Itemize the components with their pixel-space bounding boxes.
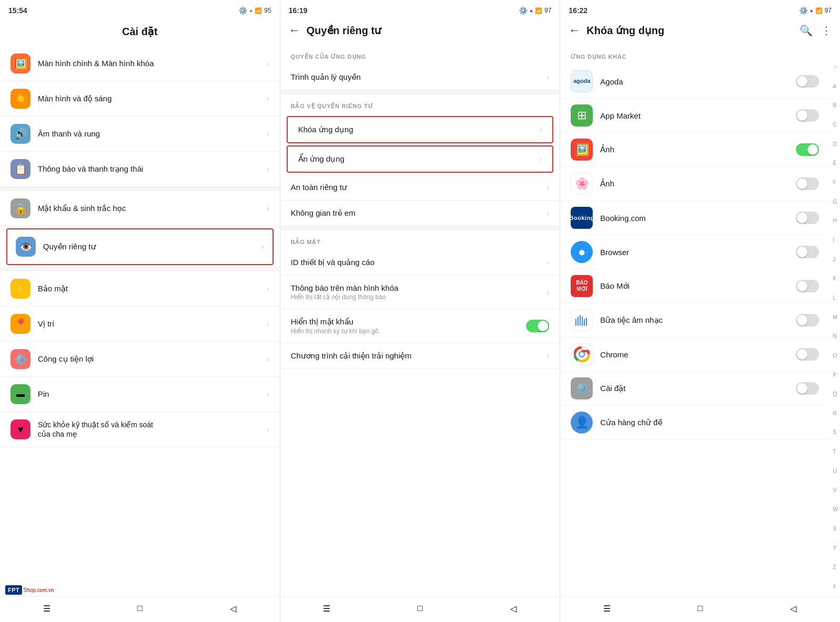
nav-home-1[interactable]: □ <box>132 601 147 616</box>
toggle-agoda[interactable] <box>796 75 819 88</box>
nav-home-3[interactable]: □ <box>693 601 708 616</box>
alpha-P[interactable]: P <box>833 372 838 378</box>
alpha-Z[interactable]: Z <box>833 564 838 570</box>
menu-trinh-quan-ly[interactable]: Trình quản lý quyền › <box>280 65 560 90</box>
settings-item-cong-cu[interactable]: ⚙️ Công cụ tiện lợi › <box>0 342 280 377</box>
nav-back-2[interactable]: ◁ <box>506 601 521 616</box>
nav-menu-3[interactable]: ☰ <box>600 601 614 616</box>
alpha-L[interactable]: L <box>833 295 838 301</box>
alpha-B[interactable]: B <box>833 102 838 108</box>
svg-rect-4 <box>584 319 585 326</box>
menu-thong-bao-man-hinh-khoa[interactable]: Thông báo trên màn hình khóa Hiển thị tấ… <box>280 276 560 309</box>
alpha-S[interactable]: S <box>833 429 838 435</box>
settings-list: 🖼️ Màn hình chính & Màn hình khóa › ☀️ M… <box>0 46 280 596</box>
menu-hien-thi-mat-khau[interactable]: Hiển thị mật khẩu Hiển thị nhanh ký tự k… <box>280 309 560 343</box>
alpha-U[interactable]: U <box>833 468 838 474</box>
toggle-chrome[interactable] <box>796 348 819 361</box>
toggle-cai-dat[interactable] <box>796 382 819 395</box>
fpt-logo: FPT Shop.com.vn <box>5 585 54 595</box>
app-item-app-market[interactable]: ⊞ App Market <box>560 99 830 133</box>
app-item-anh-google[interactable]: 🌸 Ảnh <box>560 167 830 201</box>
menu-id-thiet-bi[interactable]: ID thiết bị và quảng cáo › <box>280 250 560 276</box>
chevron-man-hinh-chinh: › <box>267 59 269 68</box>
alpha-G[interactable]: G <box>833 199 838 205</box>
settings-item-bao-mat[interactable]: ⚡ Bảo mật › <box>0 271 280 307</box>
alpha-star[interactable]: ☆ <box>833 64 838 70</box>
toggle-bua-tiec[interactable] <box>796 314 819 326</box>
alpha-T[interactable]: T <box>833 449 838 455</box>
toggle-hien-thi-mat-khau[interactable] <box>526 320 549 332</box>
settings-item-pin[interactable]: ▬ Pin › <box>0 377 280 412</box>
panel-quyen-rieng-tu: 16:19 ⚙️ ● 📶 97 ← Quyền riêng tư QUYỀN C… <box>280 0 561 622</box>
label-vi-tri: Vị trí <box>38 319 267 329</box>
settings-item-mat-khau[interactable]: 🔒 Mật khẩu & sinh trắc học › <box>0 191 280 226</box>
alpha-M[interactable]: M <box>833 314 838 320</box>
alpha-C[interactable]: C <box>833 122 838 128</box>
toggle-bao-moi[interactable] <box>796 280 819 292</box>
settings-item-thong-bao[interactable]: 📋 Thông báo và thanh trạng thái › <box>0 152 280 187</box>
app-item-cua-hang[interactable]: 👤 Cửa hàng chữ đề <box>560 406 830 440</box>
alpha-D[interactable]: D <box>833 141 838 147</box>
app-icon-anh-photos: 🖼️ <box>571 139 593 161</box>
alpha-E[interactable]: E <box>833 160 838 166</box>
more-icon-3[interactable]: ⋮ <box>821 24 832 37</box>
back-button-2[interactable]: ← <box>289 25 300 36</box>
app-item-bao-moi[interactable]: BÁO MỚI Báo Mới <box>560 269 830 303</box>
app-item-agoda[interactable]: agoda Agoda <box>560 65 830 99</box>
app-item-anh-photos[interactable]: 🖼️ Ảnh <box>560 133 830 167</box>
menu-an-ung-dung[interactable]: Ẩn ứng dụng › <box>288 146 553 172</box>
menu-khong-gian-tre-em[interactable]: Không gian trẻ em › <box>280 201 560 226</box>
app-name-booking: Booking.com <box>600 214 796 223</box>
search-icon-3[interactable]: 🔍 <box>800 24 813 37</box>
battery-text-2: 97 <box>544 7 551 14</box>
nav-home-2[interactable]: □ <box>413 601 427 616</box>
toggle-anh-photos[interactable] <box>796 143 819 156</box>
settings-item-man-hinh-do-sang[interactable]: ☀️ Màn hình và độ sáng › <box>0 81 280 117</box>
toggle-anh-google[interactable] <box>796 177 819 190</box>
alpha-O[interactable]: O <box>833 353 838 359</box>
app-item-browser[interactable]: ● Browser <box>560 235 830 269</box>
toggle-booking[interactable] <box>796 212 819 224</box>
toggle-browser[interactable] <box>796 246 819 258</box>
bottom-nav-1: ☰ □ ◁ <box>0 596 280 622</box>
alpha-X[interactable]: X <box>833 526 838 532</box>
alpha-Q[interactable]: Q <box>833 391 838 397</box>
alpha-R[interactable]: R <box>833 410 838 416</box>
app-item-bua-tiec[interactable]: Bữa tiệc âm nhạc <box>560 303 830 338</box>
label-group-thong-bao: Thông báo trên màn hình khóa Hiển thị tấ… <box>291 283 547 301</box>
panel-settings: 15:54 ⚙️ ● 📶 95 Cài đặt 🖼️ Màn hình chín… <box>0 0 280 622</box>
alpha-hash[interactable]: # <box>833 584 838 589</box>
nav-menu-1[interactable]: ☰ <box>39 601 54 616</box>
nav-menu-2[interactable]: ☰ <box>319 601 334 616</box>
alpha-N[interactable]: N <box>833 333 838 339</box>
back-button-3[interactable]: ← <box>569 25 580 36</box>
alpha-K[interactable]: K <box>833 276 838 281</box>
alpha-I[interactable]: I <box>833 237 838 243</box>
settings-item-quyen-rieng-tu[interactable]: 👁️ Quyền riêng tư › <box>6 228 274 265</box>
nav-back-3[interactable]: ◁ <box>786 601 801 616</box>
menu-an-toan-rieng-tu[interactable]: An toàn riêng tư › <box>280 175 560 201</box>
alpha-A[interactable]: A <box>833 83 838 89</box>
app-icon-cua-hang: 👤 <box>571 412 593 434</box>
settings-item-man-hinh-chinh[interactable]: 🖼️ Màn hình chính & Màn hình khóa › <box>0 46 280 81</box>
settings-item-vi-tri[interactable]: 📍 Vị trí › <box>0 307 280 342</box>
menu-khoa-ung-dung[interactable]: Khóa ứng dụng › <box>288 117 553 142</box>
time-3: 16:22 <box>569 6 587 15</box>
sublabel-hien-thi-mat-khau: Hiển thị nhanh ký tự khi bạn gõ. <box>291 328 527 335</box>
alpha-J[interactable]: J <box>833 257 838 262</box>
app-item-cai-dat[interactable]: ⚙️ Cài đặt <box>560 372 830 406</box>
settings-item-am-thanh[interactable]: 🔊 Âm thanh và rung › <box>0 117 280 152</box>
panel3-header-actions: 🔍 ⋮ <box>800 24 832 37</box>
menu-chuong-trinh[interactable]: Chương trình cải thiện trải nghiệm › <box>280 343 560 369</box>
alpha-F[interactable]: F <box>833 180 838 185</box>
nav-back-1[interactable]: ◁ <box>226 601 240 616</box>
alpha-W[interactable]: W <box>833 507 838 512</box>
alpha-H[interactable]: H <box>833 218 838 224</box>
app-item-chrome[interactable]: Chrome <box>560 338 830 372</box>
chevron-thong-bao: › <box>267 165 269 173</box>
alpha-Y[interactable]: Y <box>833 545 838 551</box>
toggle-app-market[interactable] <box>796 109 819 122</box>
settings-item-suc-khoe[interactable]: ♥ Sức khỏe kỹ thuật số và kiểm soátcủa c… <box>0 412 280 447</box>
alpha-V[interactable]: V <box>833 487 838 493</box>
app-item-booking[interactable]: Booking Booking.com <box>560 201 830 235</box>
